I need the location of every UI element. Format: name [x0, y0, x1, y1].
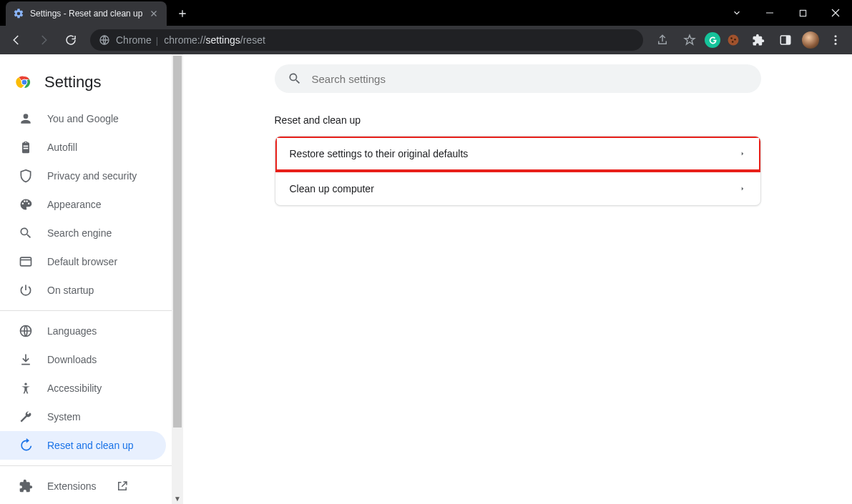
- omnibox-url: chrome://settings/reset: [164, 34, 265, 46]
- sidebar-item-appearance[interactable]: Appearance: [0, 190, 183, 219]
- extension-cookie-icon[interactable]: [723, 30, 743, 50]
- svg-point-12: [22, 80, 26, 84]
- svg-point-3: [730, 37, 733, 39]
- sidebar-item-label: Autofill: [47, 142, 77, 153]
- tab-title: Settings - Reset and clean up: [30, 9, 142, 19]
- svg-rect-0: [800, 10, 806, 16]
- sidebar-item-privacy[interactable]: Privacy and security: [0, 162, 183, 190]
- browser-window-icon: [19, 255, 33, 269]
- globe-icon: [19, 324, 33, 338]
- puzzle-icon: [19, 479, 33, 493]
- browser-toolbar: Chrome | chrome://settings/reset: [0, 26, 852, 54]
- clean-up-computer-row[interactable]: Clean up computer: [275, 171, 760, 205]
- sidebar-item-system[interactable]: System: [0, 402, 183, 431]
- svg-point-9: [835, 39, 837, 41]
- scroll-down-icon[interactable]: ▼: [172, 493, 183, 504]
- restore-icon: [19, 438, 33, 453]
- sidebar-item-label: Languages: [47, 325, 97, 337]
- svg-rect-14: [21, 257, 31, 266]
- window-minimize-button[interactable]: [753, 2, 786, 24]
- settings-page: Settings You and Google Autofill Privacy…: [0, 54, 852, 504]
- sidebar-item-autofill[interactable]: Autofill: [0, 133, 183, 162]
- browser-titlebar: Settings - Reset and clean up: [0, 0, 852, 26]
- settings-header: Settings: [0, 66, 183, 104]
- omnibox-separator: |: [156, 35, 158, 46]
- sidebar-item-extensions[interactable]: Extensions: [0, 472, 183, 500]
- sidebar-item-you-and-google[interactable]: You and Google: [0, 104, 183, 133]
- scroll-thumb[interactable]: [173, 56, 182, 428]
- svg-point-5: [732, 41, 733, 43]
- sidebar-item-label: Appearance: [47, 199, 102, 210]
- omnibox[interactable]: Chrome | chrome://settings/reset: [90, 29, 643, 51]
- bookmark-star-icon[interactable]: [677, 28, 702, 52]
- row-label: Clean up computer: [290, 183, 374, 194]
- sidebar-item-label: Extensions: [47, 480, 96, 492]
- settings-search-input[interactable]: [312, 73, 748, 85]
- settings-search-box[interactable]: [275, 64, 761, 93]
- clipboard-icon: [19, 140, 33, 154]
- page-title: Settings: [44, 73, 102, 92]
- window-controls: [720, 0, 852, 26]
- sidebar-item-on-startup[interactable]: On startup: [0, 276, 183, 305]
- power-icon: [19, 283, 33, 297]
- wrench-icon: [19, 410, 33, 424]
- svg-point-8: [835, 35, 837, 37]
- svg-rect-7: [786, 36, 790, 44]
- sidebar-item-label: Search engine: [47, 227, 112, 239]
- chevron-right-icon: [739, 150, 746, 157]
- browser-tab[interactable]: Settings - Reset and clean up: [6, 1, 167, 26]
- settings-main: Reset and clean up Restore settings to t…: [183, 54, 852, 504]
- restore-defaults-row[interactable]: Restore settings to their original defau…: [275, 137, 760, 171]
- reset-card: Restore settings to their original defau…: [275, 136, 761, 206]
- profile-avatar[interactable]: [800, 30, 821, 50]
- sidebar-item-label: Default browser: [47, 256, 117, 267]
- svg-point-16: [24, 383, 26, 385]
- sidebar-item-label: Reset and clean up: [47, 440, 134, 451]
- sidebar-item-label: You and Google: [47, 113, 119, 124]
- search-icon: [288, 71, 302, 86]
- extension-grammarly-icon[interactable]: [705, 32, 720, 48]
- nav-reload-button[interactable]: [59, 28, 83, 52]
- tab-close-button[interactable]: [148, 8, 160, 19]
- search-icon: [19, 226, 33, 240]
- sidebar-item-search-engine[interactable]: Search engine: [0, 219, 183, 247]
- omnibox-label: Chrome: [116, 34, 152, 46]
- sidebar-separator: [0, 310, 183, 311]
- sidebar-item-accessibility[interactable]: Accessibility: [0, 374, 183, 402]
- sidebar-item-label: Downloads: [47, 354, 97, 365]
- svg-point-10: [835, 43, 837, 45]
- new-tab-button[interactable]: [172, 4, 192, 24]
- sidebar-item-reset[interactable]: Reset and clean up: [0, 431, 166, 460]
- nav-back-button[interactable]: [4, 28, 29, 52]
- sidebar-item-languages[interactable]: Languages: [0, 317, 183, 345]
- sidebar-scrollbar[interactable]: ▲ ▼: [172, 54, 183, 504]
- chrome-menu-button[interactable]: [823, 28, 848, 52]
- row-label: Restore settings to their original defau…: [290, 148, 469, 159]
- palette-icon: [19, 197, 33, 212]
- svg-point-2: [728, 35, 739, 46]
- side-panel-icon[interactable]: [773, 28, 798, 52]
- share-icon[interactable]: [650, 28, 675, 52]
- sidebar-item-label: On startup: [47, 285, 94, 296]
- chrome-logo-icon: [16, 74, 33, 91]
- accessibility-icon: [19, 381, 33, 395]
- svg-point-4: [734, 39, 736, 41]
- site-info-icon[interactable]: [99, 34, 110, 46]
- sidebar-item-label: System: [47, 411, 81, 423]
- download-icon: [19, 352, 33, 367]
- open-in-new-icon: [116, 480, 129, 493]
- person-icon: [19, 112, 33, 126]
- chevron-right-icon: [739, 185, 746, 192]
- sidebar-item-downloads[interactable]: Downloads: [0, 345, 183, 374]
- section-title: Reset and clean up: [275, 114, 761, 126]
- window-close-button[interactable]: [819, 2, 852, 24]
- extensions-puzzle-icon[interactable]: [746, 28, 770, 52]
- chevron-down-icon[interactable]: [720, 2, 753, 24]
- sidebar-item-label: Accessibility: [47, 382, 102, 394]
- window-maximize-button[interactable]: [786, 2, 819, 24]
- sidebar-item-default-browser[interactable]: Default browser: [0, 247, 183, 276]
- nav-forward-button[interactable]: [31, 28, 56, 52]
- shield-icon: [19, 169, 33, 183]
- sidebar-item-label: Privacy and security: [47, 170, 137, 182]
- settings-gear-icon: [13, 8, 24, 19]
